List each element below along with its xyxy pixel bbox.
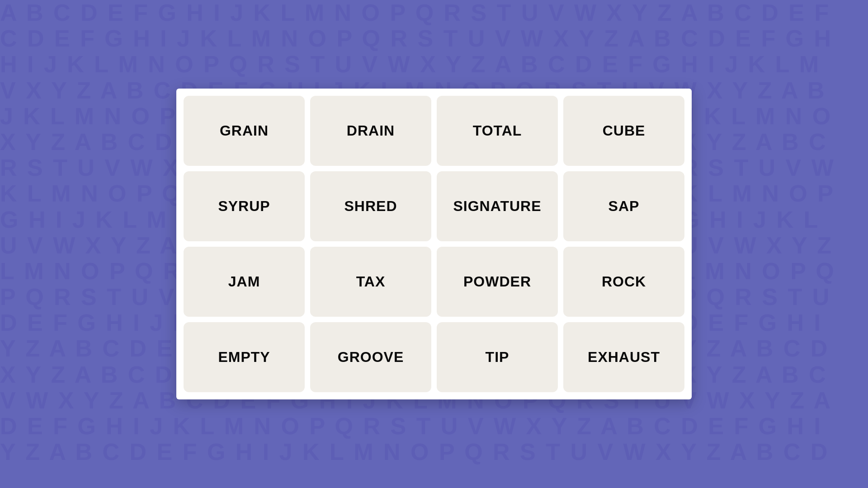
word-card[interactable]: ROCK <box>563 247 684 317</box>
alphabet-row: Y Z A B C D E F G H I J K L M N O P Q R … <box>0 439 868 465</box>
word-card[interactable]: DRAIN <box>310 96 431 166</box>
word-label: TAX <box>356 273 386 290</box>
word-card[interactable]: TOTAL <box>437 96 558 166</box>
word-label: TOTAL <box>473 122 522 139</box>
word-label: DRAIN <box>347 122 395 139</box>
word-label: POWDER <box>463 273 531 290</box>
word-card[interactable]: TAX <box>310 247 431 317</box>
alphabet-row: D E F G H I J K L M N O P Q R S T U V W … <box>0 413 868 439</box>
word-grid: GRAINDRAINTOTALCUBESYRUPSHREDSIGNATURESA… <box>184 96 684 392</box>
word-label: SHRED <box>344 198 397 215</box>
word-card[interactable]: EXHAUST <box>563 322 684 392</box>
word-label: JAM <box>228 273 260 290</box>
word-label: CUBE <box>603 122 646 139</box>
alphabet-row: H I J K L M N O P Q R S T U V W X Y Z A … <box>0 52 868 77</box>
word-card[interactable]: SYRUP <box>184 171 305 241</box>
word-grid-panel: GRAINDRAINTOTALCUBESYRUPSHREDSIGNATURESA… <box>176 89 692 399</box>
word-card[interactable]: GRAIN <box>184 96 305 166</box>
word-label: GROOVE <box>338 349 404 366</box>
word-card[interactable]: CUBE <box>563 96 684 166</box>
word-card[interactable]: GROOVE <box>310 322 431 392</box>
word-card[interactable]: SAP <box>563 171 684 241</box>
word-card[interactable]: JAM <box>184 247 305 317</box>
alphabet-row: C D E F G H I J K L M N O P Q R S T U V … <box>0 26 868 52</box>
word-card[interactable]: TIP <box>437 322 558 392</box>
word-label: EXHAUST <box>588 349 660 366</box>
word-label: EMPTY <box>218 349 270 366</box>
word-label: SAP <box>609 198 640 215</box>
alphabet-row: A B C D E F G H I J K L M N O P Q R S T … <box>0 0 868 26</box>
word-card[interactable]: SHRED <box>310 171 431 241</box>
word-label: GRAIN <box>220 122 269 139</box>
word-label: SYRUP <box>218 198 270 215</box>
word-label: SIGNATURE <box>453 198 541 215</box>
word-label: TIP <box>486 349 509 366</box>
word-card[interactable]: SIGNATURE <box>437 171 558 241</box>
word-card[interactable]: EMPTY <box>184 322 305 392</box>
word-label: ROCK <box>602 273 646 290</box>
word-card[interactable]: POWDER <box>437 247 558 317</box>
